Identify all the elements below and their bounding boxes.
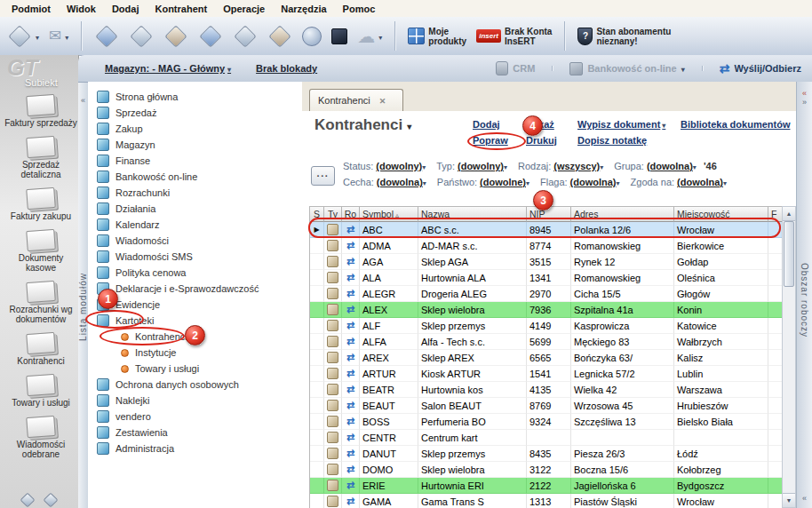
purchase-document-button[interactable]	[163, 24, 188, 49]
menu-dodaj[interactable]: Dodaj	[104, 2, 147, 16]
module-faktury-sprzedazy[interactable]: Faktury sprzedaży	[0, 91, 82, 132]
more-filters-button[interactable]	[311, 166, 335, 186]
module-wiadomosci-odebrane[interactable]: Wiadomości odebrane	[0, 412, 82, 464]
settings-stamp-button[interactable]	[267, 24, 292, 49]
tree-item-administracja[interactable]: Administracja	[88, 441, 302, 456]
cash-document-button[interactable]	[198, 24, 223, 49]
module-rozrachunki-wg-dokumentow[interactable]: Rozrachunki wg dokumentów	[0, 277, 82, 329]
filter-value-panstwo[interactable]: (dowolne)	[480, 177, 526, 187]
subscription-status-button[interactable]: Stan abonamentu nieznany!	[577, 27, 671, 46]
tree-item-zakup[interactable]: Zakup	[88, 121, 302, 137]
filter-value-typ[interactable]: (dowolny)	[458, 161, 504, 171]
scroll-up-icon[interactable]	[783, 207, 795, 221]
menu-pomoc[interactable]: Pomoc	[335, 2, 384, 16]
vertical-scrollbar[interactable]	[782, 206, 796, 508]
tree-item-kalendarz[interactable]: Kalendarz	[88, 217, 302, 233]
table-row-danut[interactable]: DANUTSklep przemys8435Piesza 26/3Łódź	[310, 446, 783, 462]
menu-kontrahent[interactable]: Kontrahent	[147, 2, 215, 16]
bankowosc-button[interactable]: Bankowość on-line	[569, 62, 684, 75]
table-row-boss[interactable]: BOSSPerfumeria BO9324Szczęśliwa 13Bielsk…	[310, 414, 783, 430]
table-row-beatr[interactable]: BEATRHurtownia kos4135Wielka 42Warszawa	[310, 382, 783, 398]
tree-item-bankowosc-on-line[interactable]: Bankowość on-line	[88, 169, 302, 185]
tree-item-magazyn[interactable]: Magazyn	[88, 137, 302, 153]
tree-item-polityka-cenowa[interactable]: Polityka cenowa	[88, 265, 302, 281]
table-row-beaut[interactable]: BEAUTSalon BEAUT8769Wrzosowa 45Hrubieszó…	[310, 398, 783, 414]
tree-item-sprzedaz[interactable]: Sprzedaż	[88, 105, 302, 121]
tree-item-kartoteki[interactable]: Kartoteki	[88, 313, 302, 329]
table-row-abc[interactable]: ABCABC s.c.8945Polanka 12/6Wrocław	[310, 222, 783, 238]
cloud-menu-button[interactable]	[357, 26, 382, 47]
table-row-domo[interactable]: DOMOSklep wielobra3122Boczna 15/6Kołobrz…	[310, 462, 783, 478]
column-header-miejscowosc[interactable]: Miejscowość	[674, 207, 768, 222]
tree-item-towary-i-us-ugi[interactable]: Towary i usługi	[88, 361, 302, 377]
menu-widok[interactable]: Widok	[59, 2, 104, 16]
column-header-f[interactable]: F	[768, 207, 783, 222]
menu-narzedzia[interactable]: Narzędzia	[273, 2, 334, 16]
table-row-adma[interactable]: ADMAAD-MAR s.c.8774RomanowskiegBierkowic…	[310, 238, 783, 254]
tree-item-rozrachunki[interactable]: Rozrachunki	[88, 185, 302, 201]
tree-item-ewidencje[interactable]: Ewidencje	[88, 297, 302, 313]
table-row-ala[interactable]: ALAHurtownia ALA1341RomanowskiegOleśnica	[310, 270, 783, 286]
table-row-arex[interactable]: AREXSklep AREX6565Bończyka 63/Kalisz	[310, 350, 783, 366]
column-header-nip[interactable]: NIP	[527, 207, 571, 222]
warehouse-document-button[interactable]	[129, 24, 154, 49]
tree-item-vendero[interactable]: vendero	[88, 409, 302, 425]
filter-value-status[interactable]: (dowolny)	[376, 161, 422, 171]
table-row-alex[interactable]: ALEXSklep wielobra7936Szpitalna 41aKonin	[310, 302, 783, 318]
column-header-ty[interactable]: Ty	[324, 207, 342, 222]
module-dokumenty-kasowe[interactable]: Dokumenty kasowe	[0, 226, 82, 277]
collapse-left-red-icon[interactable]	[802, 89, 807, 98]
filter-value-zgoda-na[interactable]: (dowolna)	[677, 177, 723, 187]
tree-item-wiadomosci[interactable]: Wiadomości	[88, 233, 302, 249]
tree-item-dzia-ania[interactable]: Działania	[88, 201, 302, 217]
column-header-s[interactable]: S	[310, 207, 324, 222]
collapse-left-icon[interactable]	[81, 96, 85, 105]
table-row-alfa[interactable]: ALFAAlfa - Tech s.c.5699Męckiego 83Wałbr…	[310, 334, 783, 350]
column-header-nazwa[interactable]: Nazwa	[418, 207, 527, 222]
table-row-gama[interactable]: GAMAGama Trans S1313Piastów ŚląskiWrocła…	[310, 494, 783, 508]
tree-item-instytucje[interactable]: Instytucje	[88, 345, 302, 361]
tree-item-kontrahenci[interactable]: Kontrahenci	[88, 329, 302, 345]
table-row-erie[interactable]: ERIEHurtownia ERI2122Jagiellońska 6Bydgo…	[310, 478, 783, 494]
table-row-alf[interactable]: ALFSklep przemys4149KasprowiczaKatowice	[310, 318, 783, 334]
page-title[interactable]: Kontrahenci	[314, 116, 411, 134]
column-header-adres[interactable]: Adres	[571, 207, 674, 222]
tab-kontrahenci[interactable]: Kontrahenci	[309, 89, 403, 112]
filter-value-cecha[interactable]: (dowolna)	[377, 177, 423, 187]
filter-value-rodzaj[interactable]: (wszyscy)	[553, 161, 600, 171]
wyslij-odbierz-button[interactable]: Wyślij/Odbierz	[720, 61, 801, 75]
table-row-alegr[interactable]: ALEGRDrogeria ALEG2970Cicha 15/5Głogów	[310, 286, 783, 302]
filter-value-grupa[interactable]: (dowolna)	[647, 161, 693, 171]
action-popraw[interactable]: Popraw	[473, 135, 508, 146]
tree-item-zestawienia[interactable]: Zestawienia	[88, 425, 302, 441]
blokada-link[interactable]: Brak blokady	[256, 63, 317, 74]
tree-item-finanse[interactable]: Finanse	[88, 153, 302, 169]
crm-button[interactable]: CRM	[496, 61, 535, 75]
action-pokaz[interactable]: Pokaż	[526, 119, 554, 130]
tree-item-wiadomosci-sms[interactable]: Wiadomości SMS	[88, 249, 302, 265]
action-drukuj[interactable]: Drukuj	[526, 135, 557, 146]
mini-stamp-icon[interactable]	[20, 493, 36, 508]
module-towary-i-us-ugi[interactable]: Towary i usługi	[0, 370, 82, 412]
menu-podmiot[interactable]: Podmiot	[4, 2, 59, 16]
report-button[interactable]	[233, 24, 258, 49]
insert-services-button[interactable]	[331, 28, 347, 44]
sales-document-button[interactable]	[94, 24, 119, 49]
module-faktury-zakupu[interactable]: Faktury zakupu	[0, 184, 82, 226]
tree-item-naklejki[interactable]: Naklejki	[88, 393, 302, 409]
table-row-artur[interactable]: ARTURKiosk ARTUR1541Legnicka 57/2Lublin	[310, 366, 783, 382]
magazyn-selector[interactable]: Magazyn: - MAG - Główny	[105, 63, 231, 74]
action-wypisz-dokument[interactable]: Wypisz dokument	[577, 119, 665, 130]
tree-item-strona-g-owna[interactable]: Strona główna	[88, 89, 302, 105]
mail-menu-button[interactable]	[49, 27, 68, 45]
moje-produkty-button[interactable]: Moje produkty	[408, 27, 466, 46]
scrollbar-thumb[interactable]	[784, 221, 794, 287]
action-dodaj[interactable]: Dodaj	[473, 119, 500, 130]
insert-account-button[interactable]: insert Brak Konta InsERT	[476, 27, 552, 46]
stamp-menu-button[interactable]	[7, 24, 39, 49]
action-biblioteka-dokumentow[interactable]: Biblioteka dokumentów	[681, 119, 790, 130]
filter-value-flaga[interactable]: (dowolna)	[570, 177, 617, 187]
tree-item-ochrona-danych-osobowych[interactable]: Ochrona danych osobowych	[88, 377, 302, 393]
action-dopisz-notatke[interactable]: Dopisz notatkę	[577, 135, 647, 146]
online-services-button[interactable]	[302, 27, 322, 46]
